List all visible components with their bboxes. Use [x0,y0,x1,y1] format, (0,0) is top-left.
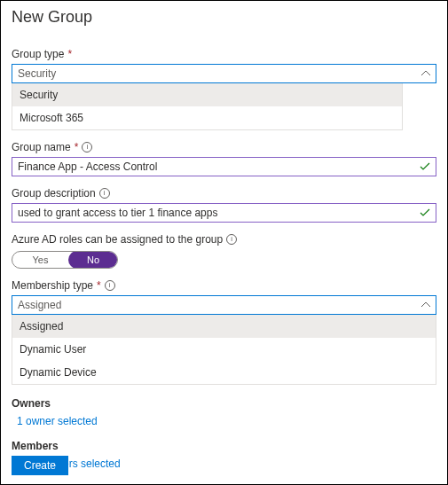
group-description-label-text: Group description [12,187,96,199]
membership-option-dynamic-user[interactable]: Dynamic User [12,338,436,361]
membership-type-select[interactable]: Assigned [12,295,436,315]
membership-type-label-text: Membership type [12,279,93,292]
group-description-input[interactable]: used to grant access to tier 1 finance a… [12,203,436,223]
info-icon[interactable]: i [82,142,92,153]
membership-type-field: Membership type * i Assigned Assigned Dy… [12,279,436,385]
group-name-input[interactable]: Finance App - Access Control [12,157,436,176]
ad-roles-toggle-wrap: Yes No [12,251,436,269]
group-description-value: used to grant access to tier 1 finance a… [18,207,217,219]
chevron-up-icon [421,302,430,308]
members-label: Members [12,440,436,452]
group-type-select[interactable]: Security [12,64,436,83]
ad-roles-label: Azure AD roles can be assigned to the gr… [12,233,436,246]
ad-roles-toggle[interactable]: Yes No [12,251,118,269]
group-name-label-text: Group name [12,141,71,153]
new-group-panel: New Group Group type * Security Security… [0,0,448,485]
required-asterisk: * [67,48,72,60]
group-type-option-m365[interactable]: Microsoft 365 [12,106,402,129]
required-asterisk: * [97,279,101,292]
group-type-label-text: Group type [12,48,64,60]
group-type-dropdown: Security Microsoft 365 [12,83,403,130]
group-name-value: Finance App - Access Control [18,160,157,173]
group-name-field: Group name * i Finance App - Access Cont… [12,141,436,176]
group-description-label: Group description i [12,187,436,199]
chevron-up-icon [421,71,430,76]
required-asterisk: * [75,141,79,153]
membership-type-dropdown: Assigned Dynamic User Dynamic Device [12,315,436,385]
info-icon[interactable]: i [99,188,110,199]
info-icon[interactable]: i [226,234,237,245]
toggle-no-label: No [68,251,118,269]
members-link[interactable]: No members selected [12,458,436,470]
membership-option-dynamic-device[interactable]: Dynamic Device [12,361,436,384]
info-icon[interactable]: i [105,280,115,291]
ad-roles-label-text: Azure AD roles can be assigned to the gr… [12,233,223,246]
checkmark-icon [420,208,430,217]
membership-type-value: Assigned [18,299,61,311]
group-type-field: Group type * Security Security Microsoft… [12,48,436,130]
create-button[interactable]: Create [12,456,68,475]
group-type-option-security[interactable]: Security [12,83,402,106]
membership-type-label: Membership type * i [12,279,436,292]
group-description-field: Group description i used to grant access… [12,187,436,223]
owners-label: Owners [12,397,436,410]
group-name-label: Group name * i [12,141,436,153]
page-title: New Group [12,8,436,27]
owners-link[interactable]: 1 owner selected [12,415,436,427]
membership-option-assigned[interactable]: Assigned [12,315,436,338]
toggle-yes-label: Yes [12,254,68,265]
group-type-value: Security [18,67,56,80]
group-type-label: Group type * [12,48,436,60]
ad-roles-field: Azure AD roles can be assigned to the gr… [12,233,436,269]
checkmark-icon [420,162,430,171]
